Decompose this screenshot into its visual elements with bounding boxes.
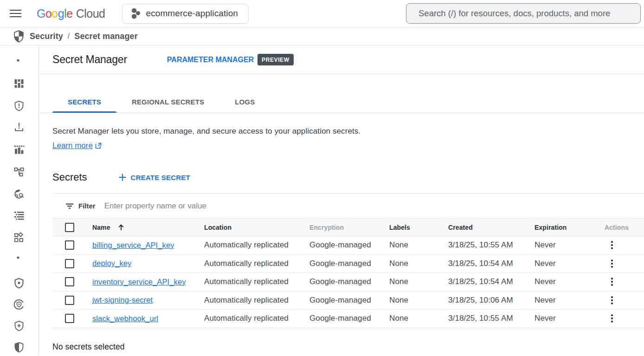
location-cell: Automatically replicated — [204, 240, 289, 250]
labels-cell: None — [389, 296, 408, 305]
breadcrumb-page: Secret manager — [74, 32, 137, 41]
cloud-logo-text: Cloud — [76, 7, 105, 20]
breadcrumb-section[interactable]: Security — [30, 32, 63, 41]
shield-half-icon — [13, 342, 25, 353]
logo-letter: G — [37, 7, 45, 20]
search-bar — [406, 3, 641, 24]
labels-cell: None — [389, 277, 408, 286]
page-description: Secret Manager lets you store, manage, a… — [52, 126, 644, 137]
secret-name-link[interactable]: inventory_service_API_key — [92, 278, 186, 286]
external-link-icon — [95, 142, 102, 149]
blocks-diamond-icon — [13, 232, 25, 243]
created-cell: 3/18/25, 10:55 AM — [448, 314, 513, 323]
filter-icon — [65, 202, 74, 210]
filter-input[interactable] — [104, 194, 644, 218]
column-header-labels[interactable]: Labels — [389, 224, 448, 231]
secret-name-link[interactable]: deploy_key — [92, 259, 131, 268]
shield-circle-icon — [13, 299, 25, 310]
secret-name-link[interactable]: billing_service_API_key — [92, 241, 174, 250]
expiration-cell: Never — [535, 240, 556, 250]
sidebar-item-dot[interactable] — [13, 252, 25, 263]
table-row: inventory_service_API_key Automatically … — [52, 273, 644, 291]
row-actions-menu-icon[interactable] — [606, 294, 618, 306]
top-app-bar: Google Cloud ecommerce-application — [0, 0, 644, 27]
encryption-cell: Google-managed — [309, 296, 371, 305]
filter-label[interactable]: Filter — [78, 202, 96, 210]
logo-letter: o — [52, 7, 58, 20]
learn-more-label: Learn more — [52, 141, 93, 150]
logo-letter: o — [45, 7, 52, 20]
location-cell: Automatically replicated — [204, 259, 289, 268]
tab-logs[interactable]: LOGS — [219, 91, 270, 113]
created-cell: 3/18/25, 10:54 AM — [448, 277, 513, 286]
table-row: deploy_key Automatically replicated Goog… — [52, 255, 644, 273]
select-all-checkbox[interactable] — [65, 223, 74, 232]
shield-plus-icon — [13, 320, 25, 331]
create-secret-label: CREATE SECRET — [131, 174, 190, 181]
sidebar-item-shield-alert[interactable] — [13, 100, 25, 111]
hamburger-menu-icon[interactable] — [10, 8, 22, 19]
labels-cell: None — [389, 314, 408, 323]
sort-ascending-icon — [117, 224, 125, 231]
expiration-cell: Never — [535, 296, 556, 305]
dot-icon — [13, 252, 25, 263]
project-selector[interactable]: ecommerce-application — [122, 4, 249, 24]
risk-overview-icon — [13, 78, 25, 89]
create-secret-button[interactable]: CREATE SECRET — [118, 173, 190, 181]
encryption-cell: Google-managed — [309, 259, 371, 268]
network-nodes-icon — [13, 166, 25, 177]
search-input[interactable] — [406, 4, 640, 23]
secret-name-link[interactable]: slack_webhook_url — [92, 314, 158, 323]
row-actions-menu-icon[interactable] — [606, 239, 618, 251]
security-shield-icon — [13, 30, 25, 43]
tab-secrets[interactable]: SECRETS — [52, 91, 116, 113]
parameter-manager-link[interactable]: PARAMETER MANAGER — [167, 56, 254, 64]
row-actions-menu-icon[interactable] — [606, 258, 618, 270]
row-actions-menu-icon[interactable] — [606, 276, 618, 288]
sidebar-item-tray-alert[interactable] — [13, 122, 25, 133]
sidebar-item-network-nodes[interactable] — [13, 166, 25, 177]
sidebar-item-risk-overview[interactable] — [13, 78, 25, 89]
row-checkbox[interactable] — [65, 240, 74, 250]
row-checkbox[interactable] — [65, 259, 74, 268]
column-header-name[interactable]: Name — [92, 224, 204, 231]
encryption-cell: Google-managed — [309, 277, 371, 286]
dot-icon — [13, 55, 25, 66]
encryption-cell: Google-managed — [309, 240, 371, 250]
location-cell: Automatically replicated — [204, 296, 289, 305]
project-name: ecommerce-application — [146, 8, 238, 19]
tab-regional-secrets[interactable]: REGIONAL SECRETS — [116, 91, 219, 113]
created-cell: 3/18/25, 10:06 AM — [448, 296, 513, 305]
sidebar-item-shield-circle[interactable] — [13, 299, 25, 310]
globe-search-icon — [13, 188, 25, 200]
labels-cell: None — [389, 240, 408, 250]
column-header-created[interactable]: Created — [448, 224, 535, 231]
row-checkbox[interactable] — [65, 296, 74, 305]
sidebar-item-globe-search[interactable] — [13, 188, 25, 200]
table-row: slack_webhook_url Automatically replicat… — [52, 310, 644, 328]
created-cell: 3/18/25, 10:54 AM — [448, 259, 513, 268]
google-cloud-logo[interactable]: Google Cloud — [37, 7, 105, 20]
project-hexagons-icon — [131, 7, 141, 19]
sidebar-item-bar-chart-dotted[interactable] — [13, 144, 25, 155]
sidebar-item-dot[interactable] — [13, 55, 25, 66]
column-header-actions: Actions — [605, 224, 644, 231]
sidebar-item-shield-half[interactable] — [13, 342, 25, 353]
table-row: jwt-signing-secret Automatically replica… — [52, 291, 644, 310]
secret-name-link[interactable]: jwt-signing-secret — [92, 296, 153, 304]
row-checkbox[interactable] — [65, 314, 74, 323]
sidebar-item-shield-plus[interactable] — [13, 320, 25, 331]
column-header-location[interactable]: Location — [204, 224, 309, 231]
row-checkbox[interactable] — [65, 277, 74, 286]
location-cell: Automatically replicated — [204, 314, 289, 323]
labels-cell: None — [389, 259, 408, 268]
sidebar-item-blocks-diamond[interactable] — [13, 232, 25, 243]
plus-icon — [118, 173, 127, 181]
column-header-expiration[interactable]: Expiration — [535, 224, 605, 231]
sidebar-item-list-lines[interactable] — [13, 210, 25, 221]
shield-dot-icon — [13, 278, 25, 289]
row-actions-menu-icon[interactable] — [606, 312, 618, 324]
sidebar-item-shield-dot[interactable] — [13, 278, 25, 289]
learn-more-link[interactable]: Learn more — [52, 141, 102, 150]
logo-letter: e — [66, 7, 72, 20]
